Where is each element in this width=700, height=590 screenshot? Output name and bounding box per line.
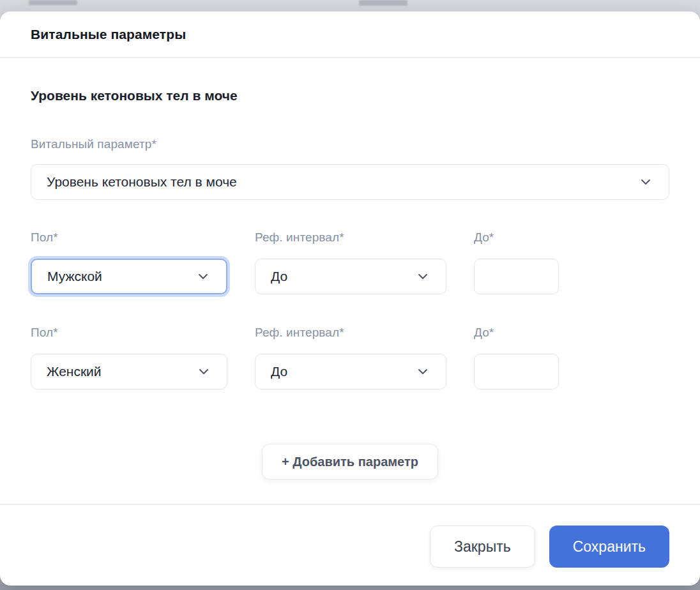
- add-parameter-button[interactable]: + Добавить параметр: [262, 444, 438, 480]
- section-title: Уровень кетоновых тел в моче: [31, 88, 669, 103]
- ref-interval-select-value: До: [271, 364, 287, 379]
- modal-footer: Закрыть Сохранить: [0, 504, 700, 586]
- sex-select-value: Мужской: [47, 269, 102, 284]
- modal-title: Витальные параметры: [31, 27, 186, 42]
- chevron-down-icon: [416, 365, 429, 378]
- vital-parameter-select[interactable]: Уровень кетоновых тел в моче: [31, 164, 669, 200]
- sex-select[interactable]: Мужской: [31, 259, 227, 294]
- background-text-fragment: [359, 0, 407, 6]
- chevron-down-icon: [197, 270, 209, 283]
- modal-body: Уровень кетоновых тел в моче Витальный п…: [0, 58, 700, 504]
- to-value-field: [474, 259, 559, 294]
- ref-interval-label: Реф. интервал*: [255, 326, 446, 340]
- save-button[interactable]: Сохранить: [549, 526, 669, 568]
- sex-label: Пол*: [31, 326, 227, 340]
- background-text-fragment: [29, 0, 77, 5]
- to-value-input[interactable]: [490, 364, 543, 379]
- to-value-input[interactable]: [490, 269, 543, 284]
- to-value-label: До*: [474, 326, 559, 340]
- ref-interval-select[interactable]: До: [255, 354, 446, 390]
- chevron-down-icon: [197, 365, 210, 378]
- modal-header: Витальные параметры: [0, 11, 700, 58]
- chevron-down-icon: [416, 270, 429, 283]
- vital-parameter-label: Витальный параметр*: [31, 137, 669, 151]
- vital-parameter-select-value: Уровень кетоновых тел в моче: [47, 174, 237, 190]
- to-value-field: [474, 354, 559, 390]
- to-value-label: До*: [474, 231, 559, 245]
- parameter-row: Пол* Женский Реф. интервал* До До*: [31, 326, 669, 390]
- sex-select-value: Женский: [47, 364, 102, 379]
- ref-interval-select[interactable]: До: [255, 259, 446, 294]
- ref-interval-label: Реф. интервал*: [255, 231, 446, 245]
- sex-select[interactable]: Женский: [31, 354, 227, 390]
- vital-parameters-modal: Витальные параметры Уровень кетоновых те…: [0, 11, 700, 586]
- parameter-row: Пол* Мужской Реф. интервал* До До*: [31, 231, 669, 294]
- sex-label: Пол*: [31, 231, 227, 245]
- close-button[interactable]: Закрыть: [430, 526, 535, 568]
- ref-interval-select-value: До: [271, 269, 287, 284]
- chevron-down-icon: [639, 176, 652, 188]
- add-parameter-row: + Добавить параметр: [31, 444, 669, 480]
